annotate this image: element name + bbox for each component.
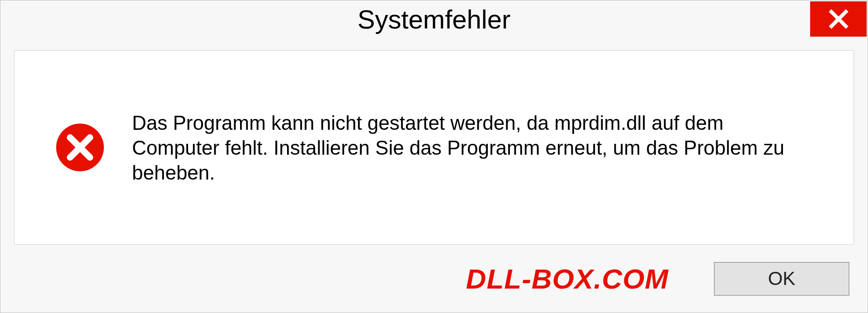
- error-message: Das Programm kann nicht gestartet werden…: [132, 110, 835, 185]
- ok-button[interactable]: OK: [714, 262, 849, 296]
- content-area: Das Programm kann nicht gestartet werden…: [14, 50, 854, 245]
- error-icon: [55, 123, 105, 172]
- dialog-title: Systemfehler: [358, 4, 510, 34]
- footer: DLL-BOX.COM OK: [0, 245, 868, 313]
- watermark-text: DLL-BOX.COM: [466, 263, 669, 295]
- titlebar: Systemfehler: [0, 0, 868, 50]
- close-icon: [828, 8, 849, 30]
- close-button[interactable]: [810, 1, 867, 37]
- error-dialog: Systemfehler Das Programm kann nicht ges…: [0, 0, 868, 313]
